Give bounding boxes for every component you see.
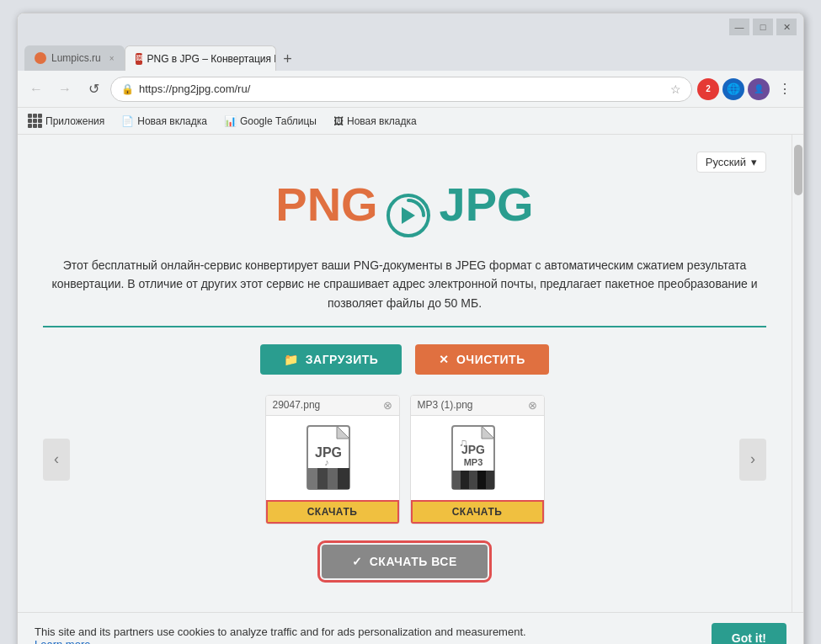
globe-icon[interactable]: 🌐 (722, 78, 744, 100)
file-card-2-header: MP3 (1).png ⊗ (411, 396, 544, 416)
svg-rect-16 (461, 471, 469, 489)
nav-icons-right: 2 🌐 👤 ⋮ (697, 77, 797, 101)
logo-png: PNG (275, 178, 377, 231)
menu-button[interactable]: ⋮ (773, 77, 797, 101)
window-controls: — □ ✕ (729, 19, 797, 35)
bm-apps[interactable]: Приложения (24, 112, 108, 130)
bm-photo-icon: 🖼 (333, 115, 344, 127)
bm-new-tab-1[interactable]: 📄 Новая вкладка (118, 114, 211, 129)
clear-label: ОЧИСТИТЬ (456, 353, 525, 366)
scrollbar[interactable] (792, 135, 803, 612)
nav-bar: ← → ↺ 🔒 https://png2jpg.com/ru/ ☆ 2 🌐 👤 … (18, 71, 803, 108)
svg-text:♪: ♪ (324, 457, 329, 467)
scrollbar-thumb[interactable] (794, 145, 802, 195)
cookie-banner: This site and its partners use cookies t… (18, 612, 803, 644)
chevron-down-icon: ▾ (751, 156, 757, 168)
tab-png2jpg-label: PNG в JPG – Конвертация PNG … (147, 53, 276, 65)
svg-rect-17 (469, 471, 477, 489)
bm-google-sheets[interactable]: 📊 Google Таблицы (221, 114, 320, 129)
file-card-2-name: MP3 (1).png (418, 399, 473, 411)
star-icon: ☆ (670, 82, 681, 96)
lang-selector-container: Русский ▾ (43, 152, 766, 173)
tab-favicon-lumpics (35, 52, 46, 64)
file-card-1-preview: JPG ♪ (266, 416, 399, 500)
extension-badge-red[interactable]: 2 (697, 78, 719, 100)
logo-arrow-icon (385, 192, 432, 242)
download-all-button[interactable]: ✓ СКАЧАТЬ ВСЕ (322, 545, 487, 578)
cookie-learn-more-link[interactable]: Learn more (35, 638, 90, 644)
bm-sheets-icon: 📊 (224, 115, 237, 127)
svg-rect-18 (477, 471, 486, 489)
logo-area: PNG JPG (43, 181, 766, 242)
bm-doc-icon: 📄 (121, 115, 134, 127)
clear-button[interactable]: ✕ ОЧИСТИТЬ (415, 344, 548, 375)
svg-rect-6 (317, 468, 328, 489)
page-with-scroll: Русский ▾ PNG JPG Этот бесплатный онлайн… (18, 135, 803, 612)
bm-apps-label: Приложения (45, 115, 104, 127)
lock-icon: 🔒 (121, 83, 134, 95)
tab-png2jpg[interactable]: 🖼 PNG в JPG – Конвертация PNG … × (125, 45, 276, 71)
new-tab-button[interactable]: + (276, 47, 300, 71)
files-area: ‹ 29047.png ⊗ (43, 395, 766, 524)
page-description: Этот бесплатный онлайн-сервис конвертиру… (43, 256, 766, 327)
tab-lumpics-label: Lumpics.ru (51, 52, 101, 64)
svg-rect-7 (328, 468, 338, 489)
bm-google-sheets-label: Google Таблицы (240, 115, 317, 127)
tab-lumpics-close[interactable]: × (109, 54, 115, 63)
file-card-1: 29047.png ⊗ JPG (265, 395, 400, 524)
svg-text:MP3: MP3 (463, 457, 482, 467)
clear-icon: ✕ (439, 353, 450, 366)
bookmarks-bar: Приложения 📄 Новая вкладка 📊 Google Табл… (18, 108, 803, 135)
maximize-button[interactable]: □ (753, 19, 773, 35)
omnibox-url: https://png2jpg.com/ru/ (139, 82, 665, 95)
download-all-label: СКАЧАТЬ ВСЕ (370, 555, 457, 568)
download-all-area: ✓ СКАЧАТЬ ВСЕ (43, 545, 766, 578)
profile-avatar[interactable]: 👤 (748, 78, 770, 100)
cookie-gotit-button[interactable]: Got it! (712, 623, 786, 644)
upload-button[interactable]: 📁 ЗАГРУЗИТЬ (260, 344, 402, 375)
download-all-check-icon: ✓ (352, 555, 363, 568)
bm-new-tab-2-label: Новая вкладка (347, 115, 417, 127)
back-button[interactable]: ← (24, 77, 48, 101)
logo-jpg: JPG (440, 178, 534, 231)
svg-rect-5 (307, 468, 317, 489)
apps-grid-icon (28, 114, 42, 128)
files-cards: 29047.png ⊗ JPG (78, 395, 731, 524)
file-card-2-download[interactable]: СКАЧАТЬ (411, 500, 544, 524)
file-card-1-name: 29047.png (273, 399, 321, 411)
svg-rect-19 (486, 471, 494, 489)
lang-label: Русский (706, 156, 746, 168)
reload-button[interactable]: ↺ (82, 77, 105, 101)
file-card-1-remove[interactable]: ⊗ (383, 399, 392, 412)
file-card-2-preview: JPG MP3 ♫ (411, 416, 544, 500)
file-card-2-remove[interactable]: ⊗ (528, 399, 537, 412)
forward-button[interactable]: → (53, 77, 77, 101)
svg-rect-15 (452, 471, 461, 489)
svg-rect-8 (338, 468, 349, 489)
file-card-2: MP3 (1).png ⊗ JPG MP3 (410, 395, 545, 524)
file-card-1-download[interactable]: СКАЧАТЬ (266, 500, 399, 524)
bm-new-tab-2[interactable]: 🖼 Новая вкладка (330, 114, 420, 129)
omnibox[interactable]: 🔒 https://png2jpg.com/ru/ ☆ (110, 77, 692, 102)
action-buttons: 📁 ЗАГРУЗИТЬ ✕ ОЧИСТИТЬ (43, 344, 766, 375)
cookie-text-area: This site and its partners use cookies t… (35, 625, 695, 644)
close-button[interactable]: ✕ (776, 19, 797, 35)
title-bar: — □ ✕ (18, 13, 803, 40)
browser-window: — □ ✕ Lumpics.ru × 🖼 PNG в JPG – Конверт… (17, 13, 804, 644)
upload-label: ЗАГРУЗИТЬ (306, 353, 379, 366)
upload-icon: 📁 (284, 353, 299, 366)
file-card-1-header: 29047.png ⊗ (266, 396, 399, 416)
tab-favicon-png2jpg: 🖼 (136, 53, 142, 65)
svg-text:♫: ♫ (458, 436, 467, 450)
carousel-next-button[interactable]: › (739, 439, 766, 481)
tab-lumpics[interactable]: Lumpics.ru × (24, 45, 125, 71)
bm-new-tab-1-label: Новая вкладка (137, 115, 207, 127)
carousel-prev-button[interactable]: ‹ (43, 439, 70, 481)
lang-selector-button[interactable]: Русский ▾ (696, 152, 766, 173)
cookie-message: This site and its partners use cookies t… (35, 625, 526, 638)
tab-bar: Lumpics.ru × 🖼 PNG в JPG – Конвертация P… (18, 40, 803, 71)
minimize-button[interactable]: — (729, 19, 749, 35)
page-main: Русский ▾ PNG JPG Этот бесплатный онлайн… (18, 135, 792, 612)
